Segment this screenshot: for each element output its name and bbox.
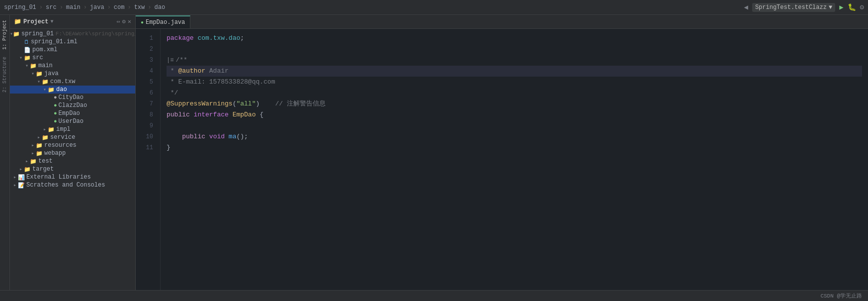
tree-item-clazzdao[interactable]: ● ClazzDao [10,101,135,109]
breadcrumb: spring_01 › src › main › java › com › tx… [4,4,165,11]
tree-item-impl[interactable]: ▸ 📁 impl [10,125,135,133]
tree-item-scratches[interactable]: ▸ 📝 Scratches and Consoles [10,181,135,189]
close-sidebar-icon[interactable]: ✕ [128,18,131,25]
breadcrumb-part[interactable]: java [90,4,104,11]
dropdown-chevron[interactable]: ▼ [50,19,53,24]
breadcrumb-part[interactable]: spring_01 [4,4,36,11]
tree-item-java[interactable]: ▾ 📁 java [10,70,135,78]
code-line-10: public void ma(); [167,131,862,142]
tree-item-spring01-iml[interactable]: 🗒 spring_01.iml [10,38,135,46]
vtab-structure[interactable]: 2: Structure [1,54,8,96]
sidebar: 📁 Project ▼ ⇔ ⚙ ✕ ▾ 📁 spring_01 F:\DEAWo… [10,15,136,290]
top-bar: spring_01 › src › main › java › com › tx… [0,0,868,15]
debug-button[interactable]: 🐛 [848,3,856,11]
tree-item-com-txw[interactable]: ▾ 📁 com.txw [10,78,135,86]
tree-item-pom-xml[interactable]: 📄 pom.xml [10,46,135,54]
tab-empdao[interactable]: ● EmpDao.java [136,15,190,28]
breadcrumb-part[interactable]: txw [134,4,145,11]
main-area: 1: Project 2: Structure 📁 Project ▼ ⇔ ⚙ … [0,15,868,290]
sidebar-title: 📁 Project ▼ [14,18,53,25]
watermark: CSDN @学无止路 [820,292,862,300]
code-line-8: public interface EmpDao { [167,109,862,120]
toolbar-right: ◀ SpringTest.testClazz ▼ ▶ 🐛 ⚙ [744,3,864,12]
code-line-1: package com.txw.dao; [167,33,862,44]
sidebar-header: 📁 Project ▼ ⇔ ⚙ ✕ [10,15,135,29]
code-line-6: */ [167,88,862,99]
code-line-2 [167,44,862,55]
bottom-bar: CSDN @学无止路 [0,290,868,301]
code-line-4: * @author Adair [167,66,862,77]
code-editor: 1 2 3 4 5 6 7 8 9 10 11 package com.txw.… [136,29,868,290]
tab-bar: ● EmpDao.java [136,15,868,29]
tree-item-citydao[interactable]: ● CityDao [10,94,135,101]
tree-item-external-libraries[interactable]: ▸ 📊 External Libraries [10,173,135,181]
tree-item-main[interactable]: ▾ 📁 main [10,62,135,70]
run-config-label: SpringTest.testClazz [755,4,827,11]
tree-item-spring01[interactable]: ▾ 📁 spring_01 F:\DEAWork\spring\spring_ [10,30,135,38]
code-line-5: * E-mail: 1578533828@qq.com [167,77,862,88]
tree-item-service[interactable]: ▸ 📁 service [10,133,135,141]
line-numbers: 1 2 3 4 5 6 7 8 9 10 11 [136,29,161,290]
tree-item-src[interactable]: ▾ 📁 src [10,54,135,62]
code-line-9 [167,120,862,131]
tree-item-target[interactable]: ▸ 📁 target [10,165,135,173]
tree-item-test[interactable]: ▸ 📁 test [10,157,135,165]
back-icon[interactable]: ◀ [744,3,748,11]
tree-item-resources[interactable]: ▸ 📁 resources [10,141,135,149]
code-line-11: } [167,142,862,153]
editor-area: ● EmpDao.java 1 2 3 4 5 6 7 8 9 10 11 [136,15,868,290]
project-tree: ▾ 📁 spring_01 F:\DEAWork\spring\spring_ … [10,29,135,290]
tree-item-userdao[interactable]: ● UserDao [10,117,135,125]
settings-icon[interactable]: ⚙ [122,18,126,25]
sidebar-actions: ⇔ ⚙ ✕ [116,18,131,25]
tree-item-webapp[interactable]: ▸ 📁 webapp [10,149,135,157]
code-line-3: |≡ /** [167,55,862,66]
tree-item-empdao[interactable]: ● EmpDao [10,109,135,117]
tab-label: EmpDao.java [146,19,185,26]
breadcrumb-part[interactable]: dao [154,4,165,11]
tab-file-icon: ● [141,20,144,25]
folder-icon: 📁 [14,18,21,25]
vtab-project[interactable]: 1: Project [1,17,8,53]
run-button[interactable]: ▶ [839,3,843,11]
dropdown-icon: ▼ [829,4,832,11]
breadcrumb-part[interactable]: com [114,4,125,11]
code-content[interactable]: package com.txw.dao; |≡ /** * @author Ad… [161,29,868,290]
gutter-icon-3: |≡ [167,55,174,66]
code-line-7: @SuppressWarnings("all") // 注解警告信息 [167,99,862,109]
tree-item-dao[interactable]: ▾ 📁 dao [10,86,135,94]
run-config-dropdown[interactable]: SpringTest.testClazz ▼ [752,3,835,12]
more-button[interactable]: ⚙ [860,3,864,11]
vertical-tab-strip: 1: Project 2: Structure [0,15,10,290]
breadcrumb-part[interactable]: main [66,4,81,11]
collapse-all-icon[interactable]: ⇔ [116,18,120,25]
breadcrumb-part[interactable]: src [46,4,57,11]
